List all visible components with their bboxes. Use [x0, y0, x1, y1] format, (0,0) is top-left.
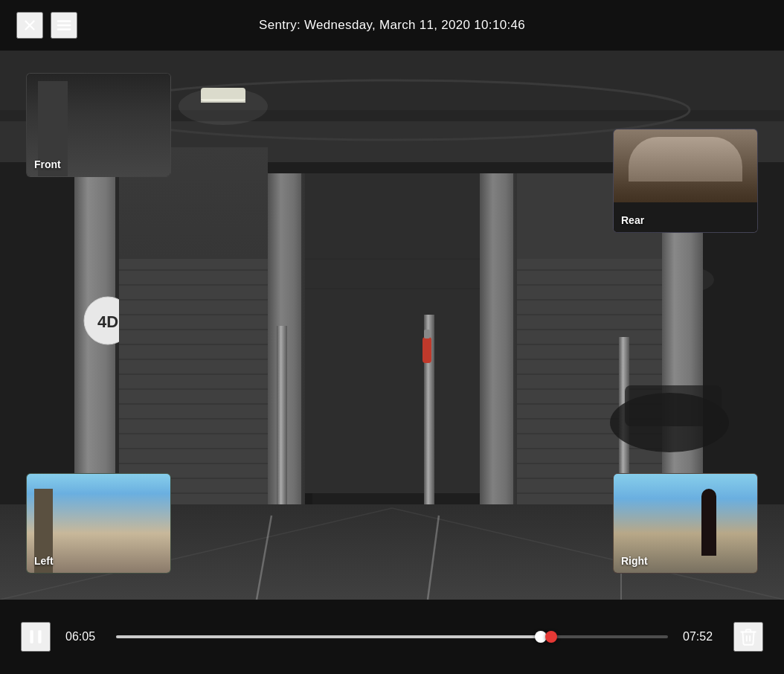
thumbnail-left[interactable]: Left	[26, 473, 171, 574]
svg-rect-52	[517, 259, 662, 508]
progress-track[interactable]	[116, 635, 668, 638]
svg-point-12	[179, 88, 268, 125]
menu-button[interactable]	[51, 12, 77, 39]
progress-fill	[116, 635, 541, 638]
svg-rect-76	[424, 330, 430, 338]
play-pause-button[interactable]	[21, 622, 51, 652]
thumbnail-front-label: Front	[34, 158, 61, 170]
thumbnail-right[interactable]: Right	[613, 473, 758, 574]
thumbnail-rear-label: Rear	[621, 214, 644, 226]
svg-rect-70	[277, 326, 287, 512]
header-bar: Sentry: Wednesday, March 11, 2020 10:10:…	[0, 0, 784, 51]
svg-rect-86	[30, 630, 33, 643]
thumbnail-rear[interactable]: Rear	[613, 129, 758, 233]
close-button[interactable]	[16, 12, 43, 39]
svg-rect-75	[422, 337, 431, 363]
total-time: 07:52	[683, 630, 719, 643]
progress-thumb-red	[545, 631, 557, 643]
svg-rect-24	[480, 173, 517, 508]
thumbnail-front[interactable]: Front	[26, 73, 171, 177]
main-video-area: 4D	[0, 51, 784, 600]
svg-text:4D: 4D	[97, 312, 118, 331]
controls-bar: 06:05 07:52	[0, 600, 784, 674]
svg-rect-31	[119, 259, 268, 508]
progress-bar-container[interactable]	[116, 635, 668, 638]
header-title: Sentry: Wednesday, March 11, 2020 10:10:…	[259, 18, 525, 33]
current-time: 06:05	[65, 630, 101, 643]
delete-button[interactable]	[733, 622, 763, 652]
thumbnail-right-label: Right	[621, 555, 648, 567]
svg-rect-78	[625, 385, 722, 426]
svg-rect-87	[38, 630, 41, 643]
thumbnail-left-label: Left	[34, 555, 54, 567]
svg-rect-48	[305, 173, 480, 493]
